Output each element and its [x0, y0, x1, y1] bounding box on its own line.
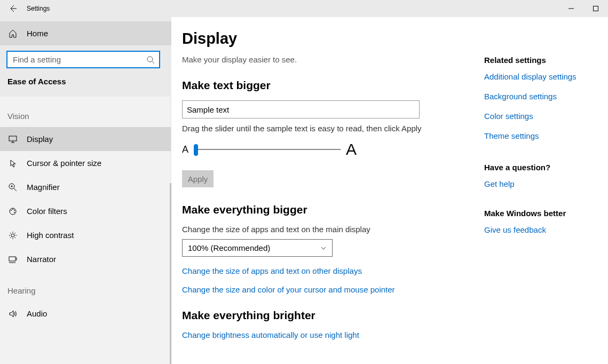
section-make-everything-bigger: Make everything bigger — [182, 203, 486, 216]
sidebar-item-color-filters[interactable]: Color filters — [0, 199, 171, 223]
section-make-text-bigger: Make text bigger — [182, 79, 486, 92]
aside-panel: Related settings Additional display sett… — [484, 56, 591, 257]
search-input[interactable] — [6, 51, 160, 68]
sidebar-item-audio[interactable]: Audio — [0, 302, 171, 326]
chevron-down-icon — [320, 245, 327, 251]
svg-rect-0 — [594, 6, 598, 11]
svg-point-1 — [147, 57, 153, 62]
question-heading: Have a question? — [484, 163, 591, 172]
link-background-settings[interactable]: Background settings — [484, 92, 591, 101]
link-get-help[interactable]: Get help — [484, 179, 591, 188]
sidebar-item-cursor[interactable]: Cursor & pointer size — [0, 151, 171, 175]
text-size-hint: Drag the slider until the sample text is… — [182, 124, 486, 133]
home-nav[interactable]: Home — [0, 21, 171, 45]
home-icon — [9, 29, 17, 38]
section-make-brighter: Make everything brighter — [182, 309, 486, 322]
back-button[interactable] — [9, 4, 17, 13]
section-title: Ease of Access — [0, 74, 171, 86]
dropdown-value: 100% (Recommended) — [188, 243, 270, 252]
slider-track — [194, 149, 341, 150]
search-field[interactable] — [13, 55, 146, 64]
sidebar: Home Ease of Access Vision Display — [0, 17, 171, 364]
svg-point-7 — [14, 210, 15, 211]
scale-hint: Change the size of apps and text on the … — [182, 225, 486, 234]
link-cursor-size-color[interactable]: Change the size and color of your cursor… — [182, 285, 486, 294]
sample-text: Sample text — [187, 105, 229, 114]
cursor-icon — [9, 159, 17, 168]
sidebar-item-magnifier[interactable]: Magnifier — [0, 175, 171, 199]
sample-text-box: Sample text — [182, 100, 420, 118]
monitor-icon — [9, 135, 17, 144]
narrator-icon — [9, 255, 17, 264]
link-night-light[interactable]: Change brightness automatically or use n… — [182, 330, 486, 339]
link-other-displays[interactable]: Change the size of apps and text on othe… — [182, 266, 486, 275]
contrast-icon — [9, 231, 17, 240]
sidebar-item-label: Narrator — [27, 255, 56, 264]
sidebar-item-label: Display — [27, 134, 53, 144]
link-feedback[interactable]: Give us feedback — [484, 225, 591, 234]
group-vision-label: Vision — [0, 106, 171, 127]
small-a-icon: A — [182, 144, 188, 155]
home-label: Home — [27, 29, 48, 38]
text-size-slider[interactable] — [194, 143, 341, 156]
svg-rect-2 — [9, 136, 17, 141]
search-icon — [146, 56, 155, 64]
main-content: Display Make your display easier to see.… — [182, 30, 486, 364]
sidebar-item-narrator[interactable]: Narrator — [0, 247, 171, 271]
app-title: Settings — [27, 5, 50, 12]
palette-icon — [9, 207, 17, 216]
related-settings-heading: Related settings — [484, 56, 591, 65]
slider-thumb[interactable] — [194, 144, 198, 156]
big-a-icon: A — [346, 140, 357, 159]
sidebar-item-label: High contrast — [27, 231, 74, 240]
audio-icon — [9, 310, 17, 318]
group-hearing-label: Hearing — [0, 281, 171, 302]
sidebar-item-label: Cursor & pointer size — [27, 159, 101, 168]
magnifier-icon — [9, 183, 17, 192]
link-additional-display[interactable]: Additional display settings — [484, 72, 591, 81]
sidebar-item-label: Audio — [27, 309, 47, 318]
scale-dropdown[interactable]: 100% (Recommended) — [182, 239, 333, 257]
page-title: Display — [182, 30, 486, 48]
page-subtitle: Make your display easier to see. — [182, 55, 486, 64]
minimize-button[interactable] — [559, 0, 583, 17]
sidebar-item-label: Color filters — [27, 207, 67, 216]
svg-point-8 — [14, 212, 15, 213]
better-heading: Make Windows better — [484, 209, 591, 218]
titlebar: Settings — [0, 0, 608, 17]
svg-point-9 — [11, 234, 14, 237]
maximize-button[interactable] — [583, 0, 608, 17]
apply-button[interactable]: Apply — [182, 170, 214, 187]
svg-point-5 — [11, 210, 12, 211]
sidebar-item-high-contrast[interactable]: High contrast — [0, 223, 171, 247]
svg-point-6 — [12, 209, 13, 210]
sidebar-item-display[interactable]: Display — [0, 127, 171, 151]
svg-rect-10 — [9, 257, 15, 261]
link-color-settings[interactable]: Color settings — [484, 112, 591, 121]
link-theme-settings[interactable]: Theme settings — [484, 131, 591, 140]
sidebar-item-label: Magnifier — [27, 183, 60, 192]
